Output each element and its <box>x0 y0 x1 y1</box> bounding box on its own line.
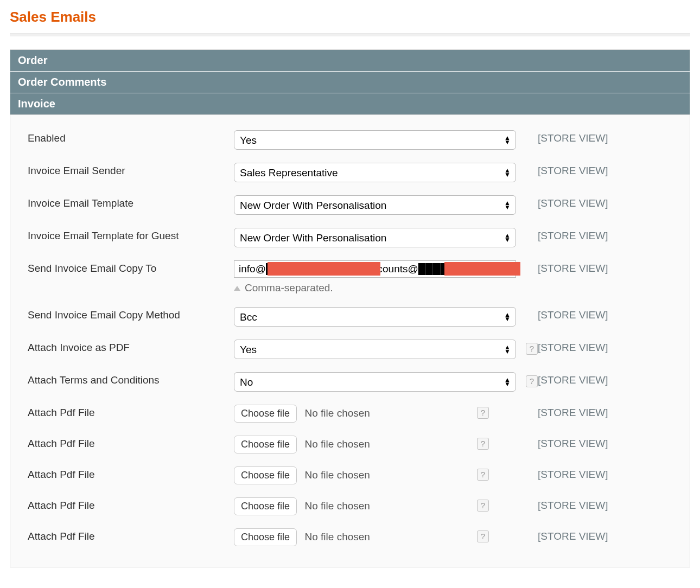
scope-sender: [STORE VIEW] <box>521 163 672 177</box>
choose-file-button-5[interactable]: Choose file <box>234 528 297 546</box>
label-attach-file-3: Attach Pdf File <box>28 466 234 481</box>
label-attach-terms: Attach Terms and Conditions <box>28 372 234 386</box>
scope-template-guest: [STORE VIEW] <box>521 228 672 242</box>
label-copy-to: Send Invoice Email Copy To <box>28 260 234 274</box>
scope-attach-pdf: [STORE VIEW] <box>521 340 672 354</box>
label-copy-method: Send Invoice Email Copy Method <box>28 307 234 321</box>
section-header-order[interactable]: Order <box>10 50 690 72</box>
redaction-bar-2 <box>444 262 520 276</box>
select-attach-pdf[interactable]: Yes <box>234 340 516 359</box>
label-enabled: Enabled <box>28 130 234 144</box>
row-attach-file-4: Attach Pdf File Choose file No file chos… <box>28 497 672 515</box>
scope-file-5: [STORE VIEW] <box>521 528 672 542</box>
select-sender[interactable]: Sales Representative <box>234 163 516 182</box>
help-icon[interactable]: ? <box>477 500 489 512</box>
label-template: Invoice Email Template <box>28 195 234 209</box>
section-header-order-comments[interactable]: Order Comments <box>10 72 690 93</box>
help-icon[interactable]: ? <box>477 438 489 450</box>
label-sender: Invoice Email Sender <box>28 163 234 177</box>
select-copy-method[interactable]: Bcc <box>234 307 516 327</box>
row-sender: Invoice Email Sender Sales Representativ… <box>28 163 672 182</box>
scope-file-2: [STORE VIEW] <box>521 436 672 450</box>
label-attach-file-5: Attach Pdf File <box>28 528 234 542</box>
section-header-invoice[interactable]: Invoice <box>10 93 690 115</box>
scope-copy-to: [STORE VIEW] <box>521 260 672 274</box>
select-attach-terms[interactable]: No <box>234 372 516 392</box>
choose-file-button-3[interactable]: Choose file <box>234 466 297 484</box>
file-status-2: No file chosen <box>305 438 370 450</box>
choose-file-button-4[interactable]: Choose file <box>234 497 297 515</box>
row-attach-file-5: Attach Pdf File Choose file No file chos… <box>28 528 672 546</box>
label-attach-file-4: Attach Pdf File <box>28 497 234 512</box>
page-title: Sales Emails <box>10 9 690 25</box>
hint-copy-to: Comma-separated. <box>234 282 521 294</box>
scope-file-4: [STORE VIEW] <box>521 497 672 512</box>
row-enabled: Enabled Yes ▲▼ [STORE VIEW] <box>28 130 672 150</box>
scope-file-3: [STORE VIEW] <box>521 466 672 481</box>
help-icon[interactable]: ? <box>477 531 489 542</box>
label-attach-file-1: Attach Pdf File <box>28 405 234 419</box>
row-attach-file-2: Attach Pdf File Choose file No file chos… <box>28 436 672 453</box>
row-copy-to: Send Invoice Email Copy To Comma-separat… <box>28 260 672 294</box>
select-template[interactable]: New Order With Personalisation <box>234 195 516 215</box>
label-attach-file-2: Attach Pdf File <box>28 436 234 450</box>
scope-attach-terms: [STORE VIEW] <box>521 372 672 386</box>
select-enabled[interactable]: Yes <box>234 130 516 150</box>
row-template: Invoice Email Template New Order With Pe… <box>28 195 672 215</box>
choose-file-button-1[interactable]: Choose file <box>234 405 297 423</box>
row-attach-terms: Attach Terms and Conditions No ▲▼ ? [STO… <box>28 372 672 392</box>
file-status-3: No file chosen <box>305 469 370 481</box>
invoice-section-body: Enabled Yes ▲▼ [STORE VIEW] Invoice Emai… <box>10 115 690 567</box>
scope-template: [STORE VIEW] <box>521 195 672 209</box>
label-attach-pdf: Attach Invoice as PDF <box>28 340 234 354</box>
select-template-guest[interactable]: New Order With Personalisation <box>234 228 516 247</box>
choose-file-button-2[interactable]: Choose file <box>234 436 297 453</box>
redaction-bar-1 <box>268 262 380 276</box>
help-icon[interactable]: ? <box>526 375 538 387</box>
scope-file-1: [STORE VIEW] <box>521 405 672 419</box>
scope-enabled: [STORE VIEW] <box>521 130 672 144</box>
row-copy-method: Send Invoice Email Copy Method Bcc ▲▼ [S… <box>28 307 672 327</box>
scope-copy-method: [STORE VIEW] <box>521 307 672 321</box>
row-attach-file-3: Attach Pdf File Choose file No file chos… <box>28 466 672 484</box>
page-divider <box>10 33 690 36</box>
help-icon[interactable]: ? <box>477 469 489 481</box>
file-status-5: No file chosen <box>305 531 370 543</box>
sections-container: Order Order Comments Invoice Enabled Yes… <box>10 49 690 567</box>
row-template-guest: Invoice Email Template for Guest New Ord… <box>28 228 672 247</box>
hint-copy-to-text: Comma-separated. <box>245 282 333 293</box>
row-attach-file-1: Attach Pdf File Choose file No file chos… <box>28 405 672 423</box>
hint-triangle-icon <box>234 286 240 291</box>
file-status-4: No file chosen <box>305 500 370 512</box>
row-attach-pdf: Attach Invoice as PDF Yes ▲▼ ? [STORE VI… <box>28 340 672 359</box>
help-icon[interactable]: ? <box>526 343 538 355</box>
label-template-guest: Invoice Email Template for Guest <box>28 228 234 242</box>
file-status-1: No file chosen <box>305 407 370 419</box>
help-icon[interactable]: ? <box>477 407 489 419</box>
